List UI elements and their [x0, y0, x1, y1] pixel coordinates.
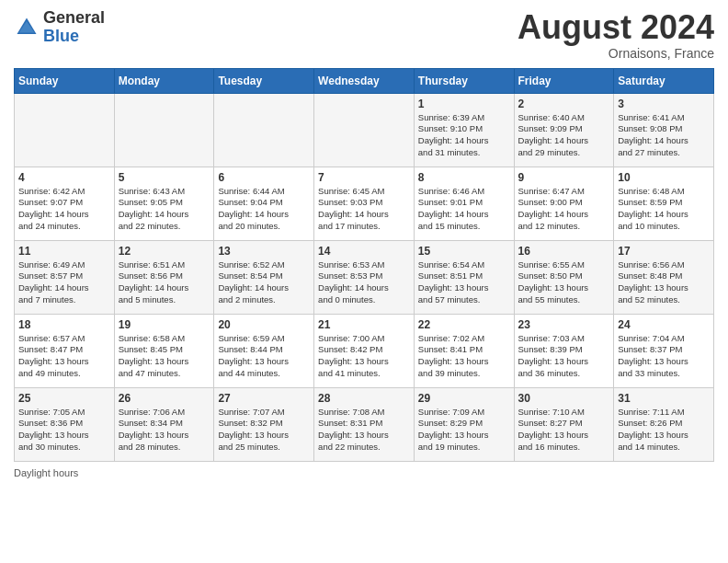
- day-number: 22: [418, 318, 510, 331]
- calendar-cell: 16Sunrise: 6:55 AM Sunset: 8:50 PM Dayli…: [514, 240, 614, 314]
- header-day-sunday: Sunday: [15, 68, 115, 93]
- week-row-2: 4Sunrise: 6:42 AM Sunset: 9:07 PM Daylig…: [15, 167, 714, 240]
- day-number: 20: [218, 318, 310, 331]
- calendar-table: SundayMondayTuesdayWednesdayThursdayFrid…: [14, 68, 714, 462]
- day-number: 17: [618, 245, 710, 258]
- calendar-cell: 10Sunrise: 6:48 AM Sunset: 8:59 PM Dayli…: [614, 167, 714, 240]
- header-row: SundayMondayTuesdayWednesdayThursdayFrid…: [15, 68, 714, 93]
- day-info: Sunrise: 6:42 AM Sunset: 9:07 PM Dayligh…: [18, 186, 110, 233]
- day-info: Sunrise: 6:43 AM Sunset: 9:05 PM Dayligh…: [119, 186, 210, 233]
- calendar-cell: [114, 93, 214, 167]
- calendar-cell: 1Sunrise: 6:39 AM Sunset: 9:10 PM Daylig…: [414, 93, 514, 167]
- logo-text: General Blue: [43, 9, 105, 46]
- calendar-cell: 22Sunrise: 7:02 AM Sunset: 8:41 PM Dayli…: [414, 314, 514, 387]
- week-row-5: 25Sunrise: 7:05 AM Sunset: 8:36 PM Dayli…: [15, 387, 714, 461]
- day-number: 7: [318, 171, 410, 184]
- day-number: 18: [18, 318, 110, 331]
- calendar-cell: 28Sunrise: 7:08 AM Sunset: 8:31 PM Dayli…: [314, 387, 415, 461]
- day-info: Sunrise: 7:02 AM Sunset: 8:41 PM Dayligh…: [418, 333, 510, 380]
- logo-icon: [14, 15, 40, 40]
- calendar-cell: 27Sunrise: 7:07 AM Sunset: 8:32 PM Dayli…: [214, 387, 314, 461]
- calendar-cell: 17Sunrise: 6:56 AM Sunset: 8:48 PM Dayli…: [614, 240, 714, 314]
- day-info: Sunrise: 6:52 AM Sunset: 8:54 PM Dayligh…: [218, 259, 310, 306]
- day-info: Sunrise: 7:10 AM Sunset: 8:27 PM Dayligh…: [518, 407, 610, 454]
- day-number: 26: [119, 392, 210, 405]
- week-row-1: 1Sunrise: 6:39 AM Sunset: 9:10 PM Daylig…: [15, 93, 714, 167]
- header-day-tuesday: Tuesday: [214, 68, 314, 93]
- day-info: Sunrise: 7:06 AM Sunset: 8:34 PM Dayligh…: [119, 407, 210, 454]
- day-info: Sunrise: 6:55 AM Sunset: 8:50 PM Dayligh…: [518, 259, 610, 306]
- day-info: Sunrise: 6:46 AM Sunset: 9:01 PM Dayligh…: [418, 186, 510, 233]
- calendar-cell: 5Sunrise: 6:43 AM Sunset: 9:05 PM Daylig…: [114, 167, 214, 240]
- logo: General Blue: [14, 9, 105, 46]
- day-info: Sunrise: 6:51 AM Sunset: 8:56 PM Dayligh…: [119, 259, 210, 306]
- calendar-cell: 31Sunrise: 7:11 AM Sunset: 8:26 PM Dayli…: [614, 387, 714, 461]
- day-info: Sunrise: 6:59 AM Sunset: 8:44 PM Dayligh…: [218, 333, 310, 380]
- calendar-cell: 24Sunrise: 7:04 AM Sunset: 8:37 PM Dayli…: [614, 314, 714, 387]
- day-info: Sunrise: 6:53 AM Sunset: 8:53 PM Dayligh…: [318, 259, 410, 306]
- day-number: 25: [18, 392, 110, 405]
- day-number: 4: [18, 171, 110, 184]
- day-number: 12: [119, 245, 210, 258]
- day-number: 21: [318, 318, 410, 331]
- week-row-4: 18Sunrise: 6:57 AM Sunset: 8:47 PM Dayli…: [15, 314, 714, 387]
- day-number: 5: [119, 171, 210, 184]
- day-number: 3: [618, 98, 710, 110]
- day-info: Sunrise: 7:08 AM Sunset: 8:31 PM Dayligh…: [318, 407, 410, 454]
- day-info: Sunrise: 7:09 AM Sunset: 8:29 PM Dayligh…: [418, 407, 510, 454]
- day-info: Sunrise: 6:48 AM Sunset: 8:59 PM Dayligh…: [618, 186, 710, 233]
- day-info: Sunrise: 6:56 AM Sunset: 8:48 PM Dayligh…: [618, 259, 710, 306]
- day-info: Sunrise: 7:11 AM Sunset: 8:26 PM Dayligh…: [618, 407, 710, 454]
- calendar-cell: 4Sunrise: 6:42 AM Sunset: 9:07 PM Daylig…: [15, 167, 115, 240]
- header-day-saturday: Saturday: [614, 68, 714, 93]
- calendar-cell: 29Sunrise: 7:09 AM Sunset: 8:29 PM Dayli…: [414, 387, 514, 461]
- calendar-cell: 6Sunrise: 6:44 AM Sunset: 9:04 PM Daylig…: [214, 167, 314, 240]
- calendar-cell: [214, 93, 314, 167]
- day-number: 23: [518, 318, 610, 331]
- day-number: 10: [618, 171, 710, 184]
- day-number: 8: [418, 171, 510, 184]
- day-number: 24: [618, 318, 710, 331]
- calendar-body: 1Sunrise: 6:39 AM Sunset: 9:10 PM Daylig…: [15, 93, 714, 461]
- day-info: Sunrise: 6:41 AM Sunset: 9:08 PM Dayligh…: [618, 112, 710, 159]
- day-number: 9: [518, 171, 610, 184]
- day-number: 15: [418, 245, 510, 258]
- day-number: 14: [318, 245, 410, 258]
- day-info: Sunrise: 7:05 AM Sunset: 8:36 PM Dayligh…: [18, 407, 110, 454]
- header-day-thursday: Thursday: [414, 68, 514, 93]
- calendar-cell: 8Sunrise: 6:46 AM Sunset: 9:01 PM Daylig…: [414, 167, 514, 240]
- day-info: Sunrise: 6:49 AM Sunset: 8:57 PM Dayligh…: [18, 259, 110, 306]
- logo-general: General: [43, 9, 105, 28]
- day-info: Sunrise: 6:54 AM Sunset: 8:51 PM Dayligh…: [418, 259, 510, 306]
- day-number: 19: [119, 318, 210, 331]
- daylight-label: Daylight hours: [14, 467, 78, 478]
- calendar-cell: 30Sunrise: 7:10 AM Sunset: 8:27 PM Dayli…: [514, 387, 614, 461]
- calendar-cell: [314, 93, 415, 167]
- calendar-cell: 25Sunrise: 7:05 AM Sunset: 8:36 PM Dayli…: [15, 387, 115, 461]
- day-number: 27: [218, 392, 310, 405]
- day-number: 31: [618, 392, 710, 405]
- day-number: 29: [418, 392, 510, 405]
- day-info: Sunrise: 7:00 AM Sunset: 8:42 PM Dayligh…: [318, 333, 410, 380]
- calendar-cell: 7Sunrise: 6:45 AM Sunset: 9:03 PM Daylig…: [314, 167, 415, 240]
- page-header: General Blue August 2024 Ornaisons, Fran…: [14, 9, 714, 61]
- day-info: Sunrise: 6:45 AM Sunset: 9:03 PM Dayligh…: [318, 186, 410, 233]
- logo-blue: Blue: [43, 28, 105, 46]
- calendar-cell: 11Sunrise: 6:49 AM Sunset: 8:57 PM Dayli…: [15, 240, 115, 314]
- calendar-cell: 13Sunrise: 6:52 AM Sunset: 8:54 PM Dayli…: [214, 240, 314, 314]
- day-info: Sunrise: 6:57 AM Sunset: 8:47 PM Dayligh…: [18, 333, 110, 380]
- day-info: Sunrise: 7:07 AM Sunset: 8:32 PM Dayligh…: [218, 407, 310, 454]
- calendar-cell: [15, 93, 115, 167]
- calendar-cell: 26Sunrise: 7:06 AM Sunset: 8:34 PM Dayli…: [114, 387, 214, 461]
- calendar-cell: 2Sunrise: 6:40 AM Sunset: 9:09 PM Daylig…: [514, 93, 614, 167]
- day-number: 16: [518, 245, 610, 258]
- header-day-friday: Friday: [514, 68, 614, 93]
- day-number: 30: [518, 392, 610, 405]
- main-title: August 2024: [518, 9, 714, 46]
- day-info: Sunrise: 6:40 AM Sunset: 9:09 PM Dayligh…: [518, 112, 610, 159]
- day-number: 1: [418, 98, 510, 110]
- day-info: Sunrise: 6:39 AM Sunset: 9:10 PM Dayligh…: [418, 112, 510, 159]
- calendar-cell: 20Sunrise: 6:59 AM Sunset: 8:44 PM Dayli…: [214, 314, 314, 387]
- day-info: Sunrise: 7:04 AM Sunset: 8:37 PM Dayligh…: [618, 333, 710, 380]
- calendar-cell: 15Sunrise: 6:54 AM Sunset: 8:51 PM Dayli…: [414, 240, 514, 314]
